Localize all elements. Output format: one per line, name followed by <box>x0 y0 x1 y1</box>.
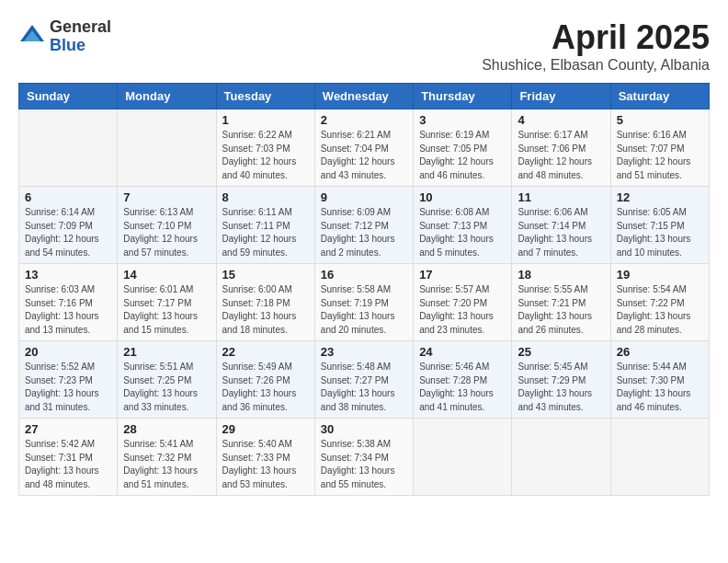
day-info: Sunrise: 6:09 AM Sunset: 7:12 PM Dayligh… <box>321 206 407 259</box>
day-info: Sunrise: 5:38 AM Sunset: 7:34 PM Dayligh… <box>321 438 407 491</box>
calendar-day-cell: 26Sunrise: 5:44 AM Sunset: 7:30 PM Dayli… <box>610 341 709 419</box>
calendar-day-cell: 17Sunrise: 5:57 AM Sunset: 7:20 PM Dayli… <box>414 264 512 341</box>
day-number: 10 <box>419 190 506 204</box>
day-info: Sunrise: 5:44 AM Sunset: 7:30 PM Dayligh… <box>617 361 703 414</box>
day-number: 4 <box>518 113 604 127</box>
calendar-day-cell: 9Sunrise: 6:09 AM Sunset: 7:12 PM Daylig… <box>314 187 413 264</box>
day-number: 1 <box>222 113 309 127</box>
weekday-header-row: SundayMondayTuesdayWednesdayThursdayFrid… <box>19 84 710 109</box>
title-area: April 2025 Shushice, Elbasan County, Alb… <box>482 18 710 74</box>
calendar-day-cell: 27Sunrise: 5:42 AM Sunset: 7:31 PM Dayli… <box>19 419 118 496</box>
location-title: Shushice, Elbasan County, Albania <box>482 57 710 74</box>
calendar-body: 1Sunrise: 6:22 AM Sunset: 7:03 PM Daylig… <box>19 109 710 496</box>
day-info: Sunrise: 5:52 AM Sunset: 7:23 PM Dayligh… <box>25 361 111 414</box>
calendar-day-cell <box>512 419 610 496</box>
day-info: Sunrise: 6:21 AM Sunset: 7:04 PM Dayligh… <box>321 129 407 182</box>
weekday-header-cell: Monday <box>118 84 216 109</box>
calendar-table: SundayMondayTuesdayWednesdayThursdayFrid… <box>18 83 710 496</box>
calendar-day-cell: 18Sunrise: 5:55 AM Sunset: 7:21 PM Dayli… <box>512 264 610 341</box>
day-info: Sunrise: 6:13 AM Sunset: 7:10 PM Dayligh… <box>123 206 210 259</box>
weekday-header-cell: Sunday <box>19 84 118 109</box>
day-info: Sunrise: 6:19 AM Sunset: 7:05 PM Dayligh… <box>419 129 506 182</box>
day-number: 8 <box>222 190 309 204</box>
day-number: 27 <box>25 422 111 436</box>
calendar-day-cell: 25Sunrise: 5:45 AM Sunset: 7:29 PM Dayli… <box>512 341 610 419</box>
day-number: 11 <box>518 190 604 204</box>
calendar-day-cell: 10Sunrise: 6:08 AM Sunset: 7:13 PM Dayli… <box>414 187 512 264</box>
weekday-header-cell: Friday <box>512 84 610 109</box>
day-info: Sunrise: 5:45 AM Sunset: 7:29 PM Dayligh… <box>518 361 604 414</box>
day-info: Sunrise: 5:58 AM Sunset: 7:19 PM Dayligh… <box>321 283 407 337</box>
calendar-day-cell <box>610 419 709 496</box>
calendar-day-cell: 1Sunrise: 6:22 AM Sunset: 7:03 PM Daylig… <box>216 109 314 187</box>
calendar-day-cell: 11Sunrise: 6:06 AM Sunset: 7:14 PM Dayli… <box>512 187 610 264</box>
day-number: 6 <box>25 190 111 204</box>
calendar-day-cell: 15Sunrise: 6:00 AM Sunset: 7:18 PM Dayli… <box>216 264 314 341</box>
day-number: 25 <box>518 345 604 359</box>
calendar-day-cell: 3Sunrise: 6:19 AM Sunset: 7:05 PM Daylig… <box>414 109 512 187</box>
day-info: Sunrise: 6:03 AM Sunset: 7:16 PM Dayligh… <box>25 283 111 337</box>
calendar-day-cell: 8Sunrise: 6:11 AM Sunset: 7:11 PM Daylig… <box>216 187 314 264</box>
day-info: Sunrise: 5:49 AM Sunset: 7:26 PM Dayligh… <box>222 361 309 414</box>
calendar-week-row: 20Sunrise: 5:52 AM Sunset: 7:23 PM Dayli… <box>19 341 710 419</box>
day-info: Sunrise: 5:46 AM Sunset: 7:28 PM Dayligh… <box>419 361 506 414</box>
day-number: 2 <box>321 113 407 127</box>
calendar-day-cell: 2Sunrise: 6:21 AM Sunset: 7:04 PM Daylig… <box>314 109 413 187</box>
day-info: Sunrise: 6:06 AM Sunset: 7:14 PM Dayligh… <box>518 206 604 259</box>
day-info: Sunrise: 6:01 AM Sunset: 7:17 PM Dayligh… <box>123 283 210 337</box>
day-info: Sunrise: 5:55 AM Sunset: 7:21 PM Dayligh… <box>518 283 604 337</box>
day-number: 29 <box>222 422 309 436</box>
day-number: 9 <box>321 190 407 204</box>
calendar-day-cell: 22Sunrise: 5:49 AM Sunset: 7:26 PM Dayli… <box>216 341 314 419</box>
logo-general-text: General <box>50 18 111 37</box>
calendar-day-cell <box>19 109 118 187</box>
day-number: 19 <box>617 268 703 282</box>
weekday-header-cell: Wednesday <box>314 84 413 109</box>
day-number: 20 <box>25 345 111 359</box>
calendar-day-cell: 14Sunrise: 6:01 AM Sunset: 7:17 PM Dayli… <box>118 264 216 341</box>
day-number: 24 <box>419 345 506 359</box>
day-number: 3 <box>419 113 506 127</box>
day-number: 17 <box>419 268 506 282</box>
day-number: 14 <box>123 268 210 282</box>
calendar-day-cell: 5Sunrise: 6:16 AM Sunset: 7:07 PM Daylig… <box>610 109 709 187</box>
header: General Blue April 2025 Shushice, Elbasa… <box>18 18 710 74</box>
calendar-day-cell: 21Sunrise: 5:51 AM Sunset: 7:25 PM Dayli… <box>118 341 216 419</box>
day-info: Sunrise: 5:51 AM Sunset: 7:25 PM Dayligh… <box>123 361 210 414</box>
day-number: 23 <box>321 345 407 359</box>
logo-icon <box>18 23 46 51</box>
day-number: 16 <box>321 268 407 282</box>
day-number: 5 <box>617 113 703 127</box>
calendar-day-cell: 30Sunrise: 5:38 AM Sunset: 7:34 PM Dayli… <box>314 419 413 496</box>
calendar-day-cell: 23Sunrise: 5:48 AM Sunset: 7:27 PM Dayli… <box>314 341 413 419</box>
calendar-week-row: 27Sunrise: 5:42 AM Sunset: 7:31 PM Dayli… <box>19 419 710 496</box>
calendar-day-cell: 29Sunrise: 5:40 AM Sunset: 7:33 PM Dayli… <box>216 419 314 496</box>
calendar-day-cell: 13Sunrise: 6:03 AM Sunset: 7:16 PM Dayli… <box>19 264 118 341</box>
calendar-week-row: 13Sunrise: 6:03 AM Sunset: 7:16 PM Dayli… <box>19 264 710 341</box>
day-info: Sunrise: 5:48 AM Sunset: 7:27 PM Dayligh… <box>321 361 407 414</box>
day-number: 18 <box>518 268 604 282</box>
day-info: Sunrise: 5:40 AM Sunset: 7:33 PM Dayligh… <box>222 438 309 491</box>
weekday-header-cell: Thursday <box>414 84 512 109</box>
calendar-day-cell <box>414 419 512 496</box>
calendar-week-row: 1Sunrise: 6:22 AM Sunset: 7:03 PM Daylig… <box>19 109 710 187</box>
calendar-day-cell: 6Sunrise: 6:14 AM Sunset: 7:09 PM Daylig… <box>19 187 118 264</box>
logo: General Blue <box>18 18 111 55</box>
calendar-day-cell: 7Sunrise: 6:13 AM Sunset: 7:10 PM Daylig… <box>118 187 216 264</box>
day-info: Sunrise: 6:05 AM Sunset: 7:15 PM Dayligh… <box>617 206 703 259</box>
weekday-header-cell: Tuesday <box>216 84 314 109</box>
calendar-day-cell: 4Sunrise: 6:17 AM Sunset: 7:06 PM Daylig… <box>512 109 610 187</box>
calendar-week-row: 6Sunrise: 6:14 AM Sunset: 7:09 PM Daylig… <box>19 187 710 264</box>
day-number: 15 <box>222 268 309 282</box>
calendar-day-cell <box>118 109 216 187</box>
day-number: 28 <box>123 422 210 436</box>
logo-blue-text: Blue <box>50 37 111 55</box>
day-number: 13 <box>25 268 111 282</box>
calendar-day-cell: 28Sunrise: 5:41 AM Sunset: 7:32 PM Dayli… <box>118 419 216 496</box>
day-info: Sunrise: 6:22 AM Sunset: 7:03 PM Dayligh… <box>222 129 309 182</box>
calendar-day-cell: 12Sunrise: 6:05 AM Sunset: 7:15 PM Dayli… <box>610 187 709 264</box>
day-number: 12 <box>617 190 703 204</box>
day-info: Sunrise: 6:14 AM Sunset: 7:09 PM Dayligh… <box>25 206 111 259</box>
day-info: Sunrise: 5:42 AM Sunset: 7:31 PM Dayligh… <box>25 438 111 491</box>
calendar-day-cell: 24Sunrise: 5:46 AM Sunset: 7:28 PM Dayli… <box>414 341 512 419</box>
